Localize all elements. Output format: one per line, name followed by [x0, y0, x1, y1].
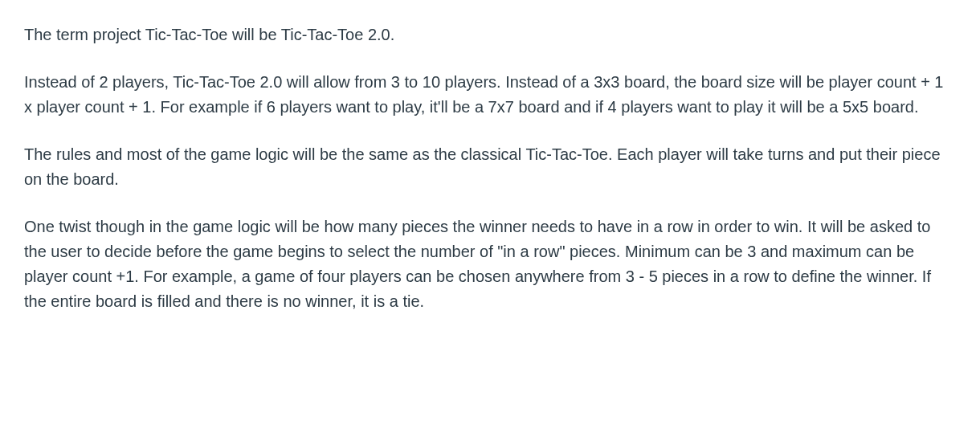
paragraph-rules: The rules and most of the game logic wil… [24, 142, 956, 192]
paragraph-intro: The term project Tic-Tac-Toe will be Tic… [24, 22, 956, 47]
paragraph-players-board: Instead of 2 players, Tic-Tac-Toe 2.0 wi… [24, 70, 956, 120]
document-body: The term project Tic-Tac-Toe will be Tic… [24, 22, 956, 314]
paragraph-win-condition: One twist though in the game logic will … [24, 214, 956, 314]
